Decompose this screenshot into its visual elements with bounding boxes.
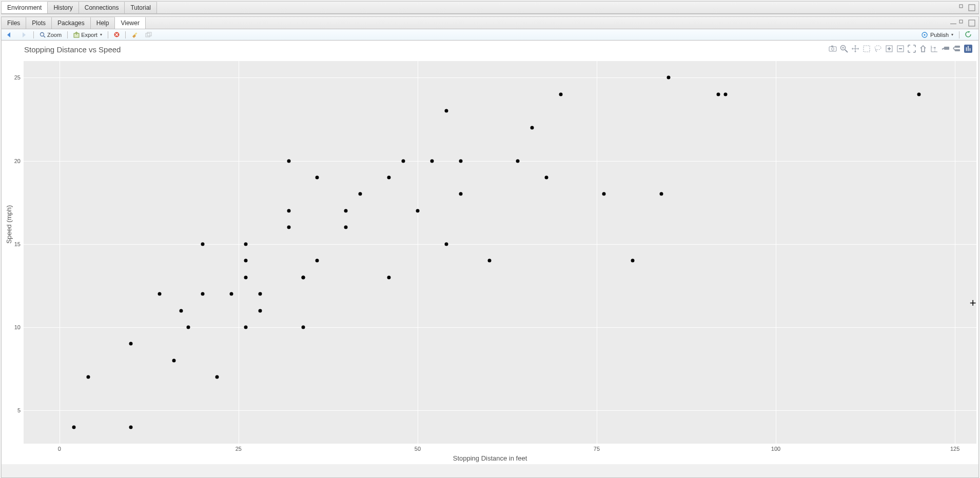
data-point[interactable]	[287, 209, 290, 212]
data-point[interactable]	[444, 242, 448, 246]
tab-packages[interactable]: Packages	[52, 17, 91, 29]
forward-button[interactable]	[18, 31, 30, 38]
data-point[interactable]	[717, 92, 720, 96]
data-point[interactable]	[229, 292, 233, 296]
lasso-icon[interactable]	[874, 45, 882, 53]
data-point[interactable]	[459, 159, 462, 163]
refresh-viewer-button[interactable]	[963, 31, 974, 38]
data-point[interactable]	[516, 159, 520, 163]
svg-point-42	[969, 48, 970, 49]
data-point[interactable]	[359, 192, 362, 196]
clear-viewer-button[interactable]	[129, 31, 141, 38]
data-point[interactable]	[301, 325, 305, 329]
zoom-button[interactable]: Zoom	[37, 31, 64, 38]
data-point[interactable]	[659, 192, 663, 196]
zoom-out-icon[interactable]	[896, 45, 905, 53]
back-button[interactable]	[4, 31, 16, 38]
data-point[interactable]	[215, 375, 219, 379]
minimize-pane-icon[interactable]	[959, 4, 966, 11]
pan-icon[interactable]	[851, 45, 859, 53]
chart-title: Stopping Distance vs Speed	[24, 45, 121, 54]
data-point[interactable]	[316, 176, 319, 180]
data-point[interactable]	[287, 159, 290, 163]
data-point[interactable]	[244, 275, 247, 279]
y-tick: 10	[14, 324, 21, 330]
export-button[interactable]: Export ▾	[71, 31, 105, 38]
data-point[interactable]	[180, 309, 183, 312]
data-point[interactable]	[72, 425, 75, 429]
svg-rect-34	[955, 46, 960, 48]
box-select-icon[interactable]	[863, 45, 871, 53]
spike-lines-icon[interactable]	[930, 45, 938, 53]
data-point[interactable]	[86, 375, 90, 379]
data-point[interactable]	[201, 292, 205, 296]
data-point[interactable]	[258, 292, 262, 296]
svg-point-13	[924, 34, 925, 35]
data-point[interactable]	[416, 209, 419, 212]
publish-button[interactable]: Publish ▾	[919, 31, 956, 38]
data-point[interactable]	[129, 342, 133, 346]
data-point[interactable]	[545, 176, 548, 180]
tab-history[interactable]: History	[48, 2, 79, 13]
minimize-pane2-icon[interactable]	[950, 19, 957, 27]
data-point[interactable]	[201, 242, 205, 246]
tab-environment[interactable]: Environment	[2, 2, 48, 13]
data-point[interactable]	[244, 259, 247, 263]
crosshair-cursor-icon: +	[970, 296, 976, 310]
data-point[interactable]	[444, 109, 448, 113]
camera-icon[interactable]	[829, 45, 837, 53]
svg-rect-11	[147, 32, 151, 36]
data-point[interactable]	[301, 275, 305, 279]
svg-rect-14	[829, 47, 836, 51]
data-point[interactable]	[344, 209, 348, 212]
data-point[interactable]	[244, 242, 247, 246]
tab-help[interactable]: Help	[91, 17, 115, 29]
data-point[interactable]	[430, 159, 434, 163]
tab-plots[interactable]: Plots	[26, 17, 52, 29]
x-tick: 25	[236, 446, 242, 452]
data-point[interactable]	[402, 159, 405, 163]
restore-pane2-icon[interactable]	[959, 19, 966, 27]
maximize-pane-icon[interactable]	[968, 4, 975, 11]
svg-rect-35	[955, 49, 960, 51]
tab-tutorial[interactable]: Tutorial	[125, 2, 157, 13]
data-point[interactable]	[129, 425, 133, 429]
data-point[interactable]	[459, 192, 462, 196]
data-point[interactable]	[531, 126, 534, 129]
data-point[interactable]	[244, 325, 247, 329]
autoscale-icon[interactable]	[908, 45, 916, 53]
data-point[interactable]	[316, 259, 319, 263]
data-point[interactable]	[559, 92, 563, 96]
data-point[interactable]	[667, 76, 670, 79]
plotly-logo-icon[interactable]	[964, 45, 972, 53]
open-new-window-button[interactable]	[143, 31, 154, 38]
hover-closest-icon[interactable]	[942, 45, 950, 53]
data-point[interactable]	[287, 226, 290, 229]
tab-files[interactable]: Files	[2, 17, 26, 29]
svg-rect-2	[950, 24, 956, 24]
remove-viewer-button[interactable]	[111, 31, 122, 38]
data-point[interactable]	[387, 176, 391, 180]
data-point[interactable]	[158, 292, 162, 296]
x-tick: 50	[415, 446, 421, 452]
data-point[interactable]	[917, 92, 921, 96]
data-point[interactable]	[258, 309, 262, 312]
tab-connections[interactable]: Connections	[79, 2, 125, 13]
maximize-pane2-icon[interactable]	[968, 19, 975, 27]
svg-point-40	[966, 47, 967, 48]
data-point[interactable]	[724, 92, 728, 96]
data-point[interactable]	[187, 325, 190, 329]
hover-compare-icon[interactable]	[953, 45, 961, 53]
data-point[interactable]	[172, 358, 176, 362]
zoom-in-icon[interactable]	[885, 45, 893, 53]
data-point[interactable]	[387, 275, 391, 279]
reset-axes-icon[interactable]	[919, 45, 927, 53]
data-point[interactable]	[344, 226, 348, 229]
data-point[interactable]	[487, 259, 491, 263]
data-point[interactable]	[602, 192, 605, 196]
plot-area[interactable]: 0255075100125510152025	[24, 61, 976, 444]
tab-viewer[interactable]: Viewer	[115, 17, 145, 29]
zoom-plus-icon[interactable]	[840, 45, 848, 53]
data-point[interactable]	[631, 259, 634, 263]
svg-rect-3	[959, 20, 963, 23]
